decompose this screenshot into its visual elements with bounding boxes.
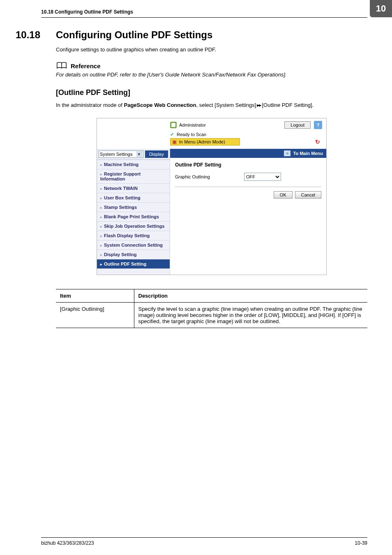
table-cell-description: Specify the level to scan a graphic (lin… — [134, 303, 367, 328]
sidebar-item-flash-display[interactable]: ▸Flash Display Setting — [97, 231, 170, 240]
graphic-outlining-label: Graphic Outlining — [175, 174, 237, 179]
sidebar-item-skip-job[interactable]: ▸Skip Job Operation Settings — [97, 222, 170, 231]
book-icon — [56, 62, 67, 70]
sidebar-item-register-support[interactable]: ▸Register Support Information — [97, 169, 170, 184]
status-menu: In Menu (Admin Mode) — [179, 139, 225, 144]
sidebar-item-machine-setting[interactable]: ▸Machine Setting — [97, 160, 170, 169]
sidebar-item-outline-pdf[interactable]: ▸Outline PDF Setting — [97, 259, 170, 269]
status-ready: Ready to Scan — [177, 132, 206, 137]
table-head-description: Description — [134, 289, 367, 303]
chevron-down-icon: ▾ — [136, 151, 142, 157]
sidebar-item-user-box[interactable]: ▸User Box Setting — [97, 193, 170, 203]
panel-divider — [175, 187, 321, 187]
table-head-item: Item — [56, 289, 134, 303]
header-rule — [41, 17, 367, 18]
table-cell-item: [Graphic Outlining] — [56, 303, 134, 328]
administrator-label: Administrator — [179, 123, 206, 127]
sidebar-item-network-twain[interactable]: ▸Network TWAIN — [97, 184, 170, 193]
graphic-outlining-select[interactable]: OFF — [244, 173, 281, 181]
admin-mode-instruction: In the administrator mode of PageScope W… — [56, 102, 367, 108]
sidebar-item-blank-page[interactable]: ▸Blank Page Print Settings — [97, 212, 170, 222]
refresh-icon[interactable]: ↻ — [314, 138, 321, 146]
footer-page-number: 10-39 — [355, 540, 367, 546]
sidebar-item-system-connection[interactable]: ▸System Connection Setting — [97, 240, 170, 250]
description-table: Item Description [Graphic Outlining] Spe… — [56, 289, 367, 328]
main-menu-icon: ≡ — [284, 150, 291, 156]
panel-title: Outline PDF Setting — [170, 158, 326, 171]
reference-label: Reference — [71, 62, 101, 69]
admin-screenshot: Administrator Logout ? ✔Ready to Scan ▣I… — [97, 118, 327, 275]
table-row: [Graphic Outlining] Specify the level to… — [56, 303, 367, 328]
administrator-icon — [170, 122, 177, 128]
help-icon[interactable]: ? — [314, 121, 322, 129]
footer-model: bizhub 423/363/283/223 — [41, 540, 94, 546]
display-button[interactable]: Display — [145, 150, 168, 158]
sidebar-item-display-setting[interactable]: ▸Display Setting — [97, 250, 170, 259]
running-head: 10.18 Configuring Outline PDF Settings — [41, 0, 367, 17]
logout-button[interactable]: Logout — [284, 121, 311, 129]
subsection-title: [Outline PDF Setting] — [56, 88, 367, 97]
sidebar-item-stamp-settings[interactable]: ▸Stamp Settings — [97, 203, 170, 212]
reference-text: For details on outline PDF, refer to the… — [56, 72, 367, 78]
ok-button[interactable]: OK — [274, 191, 293, 199]
content-panel: ≡ To Main Menu Outline PDF Setting Graph… — [170, 149, 326, 275]
section-number: 10.18 — [16, 29, 48, 41]
section-title: Configuring Outline PDF Settings — [56, 29, 212, 41]
menu-icon: ▣ — [172, 139, 177, 145]
settings-category-select[interactable]: System Settings▾ — [99, 150, 143, 158]
sidebar: System Settings▾ Display ▸Machine Settin… — [97, 149, 170, 275]
to-main-menu-link[interactable]: To Main Menu — [293, 151, 323, 156]
cancel-button[interactable]: Cancel — [295, 191, 321, 199]
reference-heading: Reference — [56, 62, 367, 70]
lead-paragraph: Configure settings to outline graphics w… — [56, 46, 367, 53]
chapter-badge: 10 — [370, 0, 392, 17]
ready-icon: ✔ — [170, 132, 174, 137]
